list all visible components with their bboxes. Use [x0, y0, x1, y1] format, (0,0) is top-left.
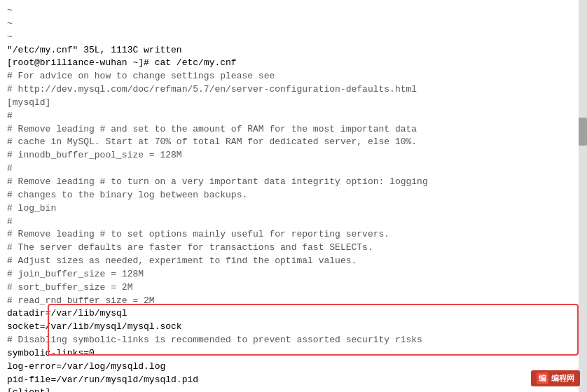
terminal-line: symbolic-links=0 [7, 347, 580, 360]
watermark-logo: 编 [537, 372, 548, 384]
terminal-line: # log_bin [7, 202, 580, 216]
terminal-line: # changes to the binary log between back… [7, 189, 580, 202]
terminal-window: ~~~"/etc/my.cnf" 35L, 1113C written[root… [0, 0, 587, 392]
terminal-line: # Disabling symbolic-links is recommende… [7, 334, 580, 347]
terminal-text: ~~~"/etc/my.cnf" 35L, 1113C written[root… [0, 0, 587, 392]
terminal-line: # For advice on how to change settings p… [7, 70, 580, 83]
terminal-line: # sort_buffer_size = 2M [7, 281, 580, 295]
terminal-line: pid-file=/var/run/mysqld/mysqld.pid [7, 374, 580, 387]
terminal-line: [client] [7, 386, 580, 392]
terminal-line: # [7, 110, 580, 123]
scrollbar-thumb[interactable] [579, 118, 587, 146]
terminal-line: socket=/var/lib/mysql/mysql.sock [7, 321, 580, 334]
terminal-line: # [7, 162, 580, 176]
terminal-line: # Remove leading # and set to the amount… [7, 123, 580, 136]
terminal-line: log-error=/var/log/mysqld.log [7, 360, 580, 374]
terminal-line: # Adjust sizes as needed, experiment to … [7, 255, 580, 268]
watermark-text: 编程网 [551, 373, 574, 384]
terminal-line: # read_rnd_buffer_size = 2M [7, 295, 580, 308]
terminal-line: # cache in MySQL. Start at 70% of total … [7, 136, 580, 149]
terminal-line: ~ [7, 31, 580, 44]
terminal-line: [root@brilliance-wuhan ~]# cat /etc/my.c… [7, 57, 580, 70]
watermark: 编 编程网 [531, 370, 580, 386]
terminal-line: ~ [7, 4, 580, 18]
terminal-line: # The server defaults are faster for tra… [7, 241, 580, 255]
terminal-line: # http://dev.mysql.com/doc/refman/5.7/en… [7, 83, 580, 97]
terminal-line: # [7, 216, 580, 229]
terminal-line: # Remove leading # to set options mainly… [7, 228, 580, 241]
terminal-line: # Remove leading # to turn on a very imp… [7, 176, 580, 189]
terminal-line: # innodb_buffer_pool_size = 128M [7, 149, 580, 162]
terminal-line: # join_buffer_size = 128M [7, 268, 580, 281]
terminal-line: [mysqld] [7, 97, 580, 110]
terminal-line: "/etc/my.cnf" 35L, 1113C written [7, 44, 580, 57]
scrollbar[interactable] [579, 0, 587, 392]
terminal-line: ~ [7, 18, 580, 31]
terminal-line: datadir=/var/lib/mysql [7, 307, 580, 321]
